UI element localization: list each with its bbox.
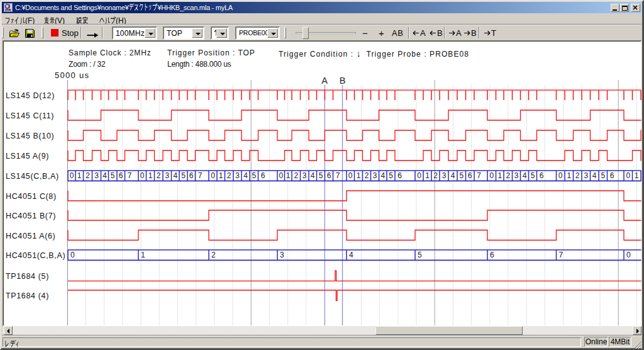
svg-text:6: 6	[490, 251, 494, 259]
svg-text:6: 6	[468, 171, 472, 180]
svg-text:0: 0	[211, 171, 215, 180]
svg-text:4: 4	[523, 171, 527, 180]
svg-text:0: 0	[417, 171, 421, 180]
svg-text:1: 1	[567, 171, 571, 180]
svg-text:4: 4	[592, 171, 597, 180]
svg-text:3: 3	[442, 171, 447, 180]
svg-text:4: 4	[349, 251, 353, 259]
svg-text:3: 3	[94, 171, 99, 180]
svg-text:1: 1	[148, 171, 153, 180]
svg-text:2: 2	[157, 171, 161, 180]
svg-text:5: 5	[252, 171, 256, 180]
svg-text:5: 5	[531, 171, 535, 180]
svg-text:7: 7	[477, 171, 481, 180]
svg-text:0: 0	[348, 171, 353, 180]
svg-text:2: 2	[227, 171, 231, 180]
svg-text:B: B	[340, 76, 346, 86]
svg-text:1: 1	[286, 171, 291, 180]
svg-text:0: 0	[626, 251, 631, 259]
svg-text:3: 3	[584, 171, 588, 180]
svg-text:2: 2	[433, 171, 438, 180]
svg-text:5: 5	[319, 171, 323, 180]
svg-text:3: 3	[373, 171, 377, 180]
svg-text:6: 6	[327, 171, 331, 180]
svg-text:0: 0	[140, 171, 145, 180]
svg-text:7: 7	[198, 171, 203, 180]
svg-text:5: 5	[418, 251, 422, 259]
svg-text:7: 7	[336, 171, 340, 180]
svg-text:5: 5	[389, 171, 393, 180]
svg-text:3: 3	[165, 171, 169, 180]
svg-text:1: 1	[425, 171, 430, 180]
svg-text:2: 2	[506, 171, 510, 180]
svg-text:7: 7	[559, 251, 564, 259]
svg-text:3: 3	[280, 251, 284, 259]
svg-text:6: 6	[261, 171, 265, 180]
svg-text:A: A	[321, 76, 328, 86]
svg-text:1: 1	[357, 171, 361, 180]
svg-text:4: 4	[311, 171, 315, 180]
svg-text:4: 4	[103, 171, 107, 180]
svg-text:2: 2	[211, 251, 216, 259]
svg-text:7: 7	[128, 171, 132, 180]
svg-text:0: 0	[626, 171, 630, 180]
svg-text:5: 5	[111, 171, 115, 180]
svg-text:6: 6	[610, 171, 614, 180]
svg-text:0: 0	[558, 171, 563, 180]
svg-text:3: 3	[514, 171, 519, 180]
svg-text:3: 3	[235, 171, 240, 180]
svg-text:2: 2	[365, 171, 369, 180]
svg-text:6: 6	[119, 171, 123, 180]
svg-text:0: 0	[489, 171, 494, 180]
svg-text:3: 3	[303, 171, 307, 180]
svg-text:2: 2	[86, 171, 90, 180]
svg-text:4: 4	[243, 171, 248, 180]
svg-text:6: 6	[397, 171, 402, 180]
svg-text:1: 1	[141, 251, 145, 259]
svg-text:6: 6	[540, 171, 544, 180]
svg-text:5: 5	[459, 171, 464, 180]
svg-text:0: 0	[70, 251, 75, 259]
svg-text:1: 1	[77, 171, 82, 180]
svg-text:5: 5	[601, 171, 605, 180]
svg-text:6: 6	[189, 171, 194, 180]
svg-text:4: 4	[380, 171, 385, 180]
svg-text:1: 1	[635, 171, 639, 180]
svg-text:0: 0	[70, 171, 74, 180]
svg-text:1: 1	[497, 171, 502, 180]
svg-text:2: 2	[294, 171, 298, 180]
svg-text:0: 0	[279, 171, 283, 180]
svg-text:2: 2	[575, 171, 580, 180]
svg-text:4: 4	[173, 171, 177, 180]
svg-text:5: 5	[181, 171, 186, 180]
svg-text:4: 4	[451, 171, 455, 180]
svg-text:1: 1	[219, 171, 223, 180]
